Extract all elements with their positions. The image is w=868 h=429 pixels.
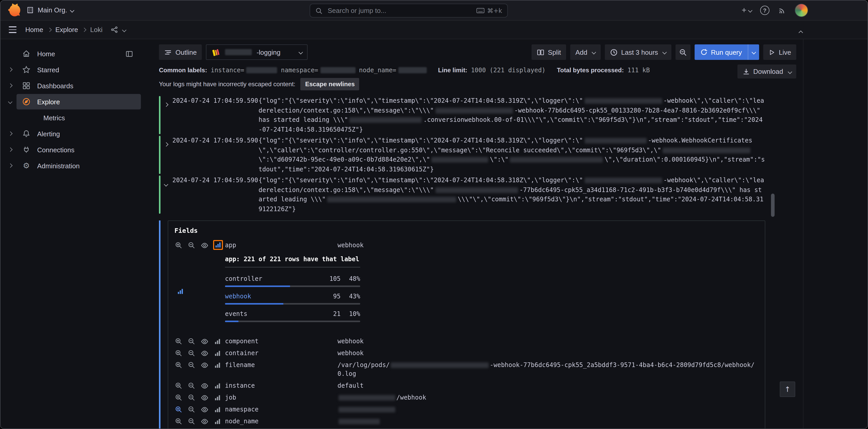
stat-value-name[interactable]: controller <box>225 275 320 283</box>
field-stats-icon[interactable] <box>213 381 221 390</box>
share-icon[interactable] <box>110 26 118 34</box>
filter-out-value-icon[interactable] <box>187 349 195 357</box>
search-input[interactable] <box>327 6 472 15</box>
filter-out-value-icon[interactable] <box>187 405 195 413</box>
filter-out-value-icon[interactable] <box>187 361 195 369</box>
download-button[interactable]: Download <box>737 64 796 79</box>
grafana-logo[interactable] <box>8 3 22 17</box>
field-value <box>338 417 758 426</box>
log-expand-icon[interactable] <box>165 176 173 214</box>
avatar[interactable] <box>795 4 808 17</box>
menu-icon[interactable] <box>9 27 17 33</box>
sidebar-item-connections[interactable]: Connections <box>4 142 141 157</box>
filter-for-value-icon[interactable] <box>175 381 183 390</box>
explore-toolbar: Outline -logging Split Add <box>159 44 796 60</box>
toggle-visibility-icon[interactable] <box>200 241 209 249</box>
global-search[interactable]: ⌘+k <box>310 4 508 18</box>
collapse-panel-icon[interactable] <box>799 28 802 36</box>
field-stats-icon[interactable] <box>213 337 221 345</box>
sidebar-item-dashboards[interactable]: Dashboards <box>4 78 141 93</box>
sidebar-item-metrics[interactable]: Metrics <box>4 110 141 125</box>
filter-for-value-icon[interactable] <box>175 405 183 413</box>
sidebar-item-administration[interactable]: ⚙ Administration <box>4 158 141 174</box>
total-bytes-value: 111 kB <box>627 67 650 74</box>
filter-out-value-icon[interactable] <box>187 381 195 390</box>
help-icon[interactable]: ? <box>760 6 769 15</box>
toggle-visibility-icon[interactable] <box>200 337 209 345</box>
time-range-picker[interactable]: Last 3 hours <box>604 44 671 60</box>
dashboards-icon <box>21 82 31 90</box>
chevron-down-icon <box>70 8 74 12</box>
redacted-text <box>398 67 427 73</box>
scroll-to-top-button[interactable]: ↑ <box>780 381 795 397</box>
sidebar-item-explore[interactable]: Explore <box>4 94 141 110</box>
filter-out-value-icon[interactable] <box>187 417 195 425</box>
breadcrumb-home[interactable]: Home <box>25 26 43 34</box>
keyboard-icon <box>476 7 485 14</box>
filter-out-value-icon[interactable] <box>187 393 195 402</box>
toggle-visibility-icon[interactable] <box>200 381 209 390</box>
split-button[interactable]: Split <box>531 44 566 60</box>
run-query-options-chevron[interactable] <box>747 44 759 60</box>
toggle-visibility-icon[interactable] <box>200 405 209 413</box>
home-icon <box>21 50 31 58</box>
redacted-text <box>663 147 751 153</box>
filter-for-value-icon[interactable] <box>175 361 183 369</box>
field-stats-icon[interactable] <box>213 393 221 402</box>
filter-for-value-icon[interactable] <box>175 417 183 425</box>
toggle-visibility-icon[interactable] <box>200 361 209 369</box>
filter-for-value-icon[interactable] <box>175 337 183 345</box>
clock-icon <box>610 48 617 56</box>
filter-out-value-icon[interactable] <box>187 241 195 249</box>
sidebar-item-label: Metrics <box>43 114 65 122</box>
toggle-visibility-icon[interactable] <box>200 417 209 425</box>
compass-icon <box>21 98 31 106</box>
scrollbar-thumb[interactable] <box>771 193 775 217</box>
sidebar-item-starred[interactable]: Starred <box>4 62 141 78</box>
field-row: filename /var/log/pods/-webhook-77b6dc64… <box>175 359 758 380</box>
field-stats-icon[interactable] <box>213 417 221 425</box>
escape-warning-row: Your logs might have incorrectly escaped… <box>159 78 796 91</box>
breadcrumb-explore[interactable]: Explore <box>55 26 78 34</box>
news-rss-icon[interactable] <box>778 6 786 14</box>
chevron-down-icon <box>662 50 667 54</box>
toggle-visibility-icon[interactable] <box>200 349 209 357</box>
sidebar-item-alerting[interactable]: Alerting <box>4 126 141 142</box>
field-label: job <box>225 393 338 402</box>
add-button[interactable]: Add <box>570 44 600 60</box>
run-query-button[interactable]: Run query <box>694 44 759 60</box>
org-name: Main Org. <box>38 6 67 14</box>
sidebar-item-home[interactable]: Home <box>4 46 141 61</box>
live-button[interactable]: Live <box>763 44 796 60</box>
field-stats-icon[interactable] <box>213 349 221 357</box>
filter-for-value-icon[interactable] <box>175 393 183 402</box>
breadcrumb-loki[interactable]: Loki <box>90 26 103 34</box>
zoom-out-time-button[interactable] <box>675 44 690 60</box>
stat-value-name[interactable]: webhook <box>225 292 320 301</box>
field-stats-icon-active[interactable] <box>213 240 223 250</box>
field-row-actions <box>175 349 225 357</box>
field-row-actions <box>175 393 225 402</box>
escape-newlines-button[interactable]: Escape newlines <box>301 78 360 90</box>
toggle-visibility-icon[interactable] <box>200 393 209 402</box>
filter-for-value-icon[interactable] <box>175 349 183 357</box>
filter-out-value-icon[interactable] <box>187 337 195 345</box>
chevron-down-icon[interactable] <box>122 28 126 32</box>
stat-row: controller 105 48% <box>225 275 360 287</box>
field-label: namespace <box>225 405 338 414</box>
datasource-picker[interactable]: -logging <box>206 44 308 60</box>
stat-value-name[interactable]: events <box>225 310 320 318</box>
log-expand-icon[interactable] <box>165 96 173 134</box>
field-row: instance default <box>175 380 758 392</box>
dock-menu-icon[interactable] <box>125 50 133 58</box>
org-picker[interactable]: Main Org. <box>26 6 73 14</box>
field-stats-icon[interactable] <box>213 361 221 369</box>
new-menu[interactable]: + <box>742 6 751 15</box>
log-expand-icon[interactable] <box>165 136 173 174</box>
log-level-bar <box>159 136 160 174</box>
filter-for-value-icon[interactable] <box>175 241 183 249</box>
split-icon <box>536 48 544 56</box>
stat-percent: 48% <box>341 275 360 283</box>
field-stats-icon[interactable] <box>213 405 221 413</box>
outline-button[interactable]: Outline <box>159 44 202 60</box>
